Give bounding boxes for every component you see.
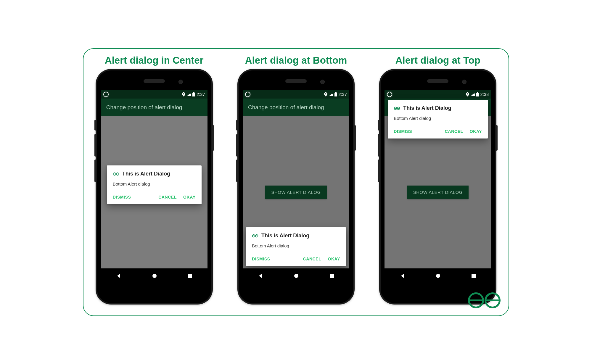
dialog-title: This is Alert Dialog [122,171,170,177]
battery-icon [192,92,195,96]
dismiss-button[interactable]: DISMISS [113,194,131,199]
location-icon [324,92,327,96]
nav-home-icon[interactable] [435,273,441,278]
gg-logo-icon [113,170,119,177]
gg-logo-icon [394,105,400,112]
nav-home-icon[interactable] [152,273,157,278]
svg-point-7 [294,274,298,278]
heading-bottom: Alert dialog at Bottom [245,55,347,66]
svg-point-3 [152,274,157,278]
actionbar-title: Change position of alert dialog [248,104,324,111]
signal-icon [329,93,333,96]
dialog-title-row: This is Alert Dialog [252,233,340,239]
okay-button[interactable]: OKAY [183,194,196,199]
nav-bar [385,268,491,283]
status-bar: 2:38 [385,90,491,99]
home-halo-icon [245,92,250,97]
nav-bar [101,268,207,283]
comparison-panel: Alert dialog in Center x 2:37 Change pos… [83,48,509,316]
nav-recent-icon[interactable] [187,273,192,278]
nav-bar [243,268,349,283]
alert-dialog-top: This is Alert Dialog Bottom Alert dialog… [388,100,488,138]
dialog-message: Bottom Alert dialog [113,181,196,186]
dialog-title: This is Alert Dialog [261,233,309,239]
clock-text: 2:38 [480,92,489,97]
dialog-message: Bottom Alert dialog [394,116,482,121]
phone-center: x 2:37 Change position of alert dialog [96,69,213,305]
action-bar: Change position of alert dialog [243,99,349,116]
screen-bottom: 2:37 Change position of alert dialog SHO… [243,90,349,283]
nav-recent-icon[interactable] [471,273,476,278]
screen-top: 2:38 C SHOW ALERT DIALOG [385,90,491,283]
dismiss-button[interactable]: DISMISS [394,129,412,134]
phone-bottom: 2:37 Change position of alert dialog SHO… [237,69,355,305]
alert-dialog-bottom: This is Alert Dialog Bottom Alert dialog… [246,227,346,266]
svg-rect-4 [188,274,192,278]
nav-back-icon[interactable] [400,273,405,278]
clock-text: 2:37 [339,92,347,97]
clock-text: 2:37 [197,92,205,97]
dialog-title-row: This is Alert Dialog [394,105,482,112]
cancel-button[interactable]: CANCEL [158,194,177,199]
column-top: Alert dialog at Top 2:38 C [367,49,509,315]
alert-dialog-center: This is Alert Dialog Bottom Alert dialog… [107,165,202,204]
svg-rect-12 [472,274,476,278]
nav-home-icon[interactable] [294,273,299,278]
nav-back-icon[interactable] [258,273,263,278]
dialog-message: Bottom Alert dialog [252,243,340,248]
svg-rect-8 [330,274,334,278]
nav-back-icon[interactable] [116,273,121,278]
okay-button[interactable]: OKAY [470,129,482,134]
dialog-title: This is Alert Dialog [403,105,451,111]
svg-point-11 [436,274,440,278]
okay-button[interactable]: OKAY [328,257,340,261]
dismiss-button[interactable]: DISMISS [252,257,270,261]
gg-logo-icon [252,233,258,239]
home-halo-icon [387,92,392,97]
status-bar: 2:37 [243,90,349,99]
home-halo-icon [103,92,109,97]
location-icon [466,92,469,96]
nav-recent-icon[interactable] [329,273,334,278]
battery-icon [476,92,479,96]
screen-center: x 2:37 Change position of alert dialog [101,90,207,283]
signal-icon: x [187,93,191,96]
action-bar: Change position of alert dialog [101,99,207,116]
cancel-button[interactable]: CANCEL [445,129,463,134]
cancel-button[interactable]: CANCEL [303,257,321,261]
heading-center: Alert dialog in Center [105,55,204,66]
battery-icon [334,92,337,96]
heading-top: Alert dialog at Top [395,55,480,66]
signal-icon [471,93,475,96]
dialog-title-row: This is Alert Dialog [113,170,196,177]
actionbar-title: Change position of alert dialog [106,104,182,111]
gg-logo-large-icon [466,290,502,311]
location-icon [182,92,185,96]
phone-top: 2:38 C SHOW ALERT DIALOG [379,69,496,305]
column-center: Alert dialog in Center x 2:37 Change pos… [83,49,225,315]
column-bottom: Alert dialog at Bottom 2:37 Change posit… [225,49,366,315]
status-bar: x 2:37 [101,90,207,99]
